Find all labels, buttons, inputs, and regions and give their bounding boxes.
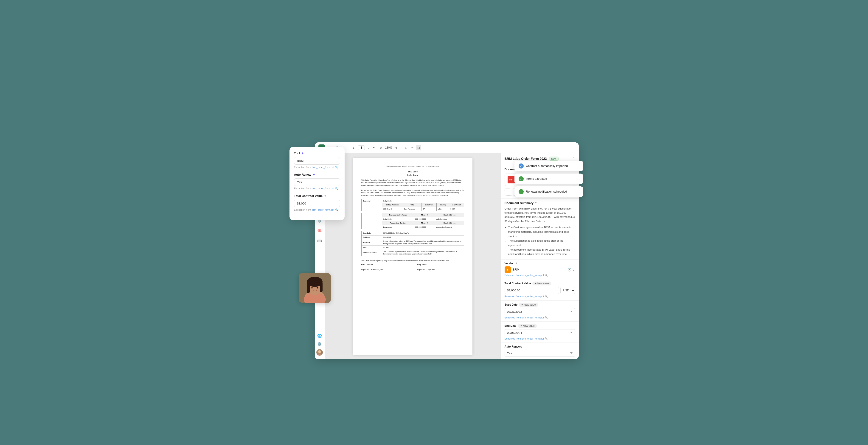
start-date-new-value-button[interactable]: ✦ New value [519,303,538,307]
end-date-field-label: End Date ✦ New value [505,324,575,328]
total-contract-amount-input[interactable] [505,287,559,294]
auto-renew-extraction-link[interactable]: brm_order_form.pdf [312,187,334,190]
total-contract-extracted-from[interactable]: Extracted from brm_order_form.pdf 🔍 [505,295,575,298]
notification-check-3: ✓ [519,189,524,194]
pdf-sig-row: BRM Labs, Inc. Signature: BRM Labs, Inc.… [361,264,464,271]
sidebar-btn-9[interactable]: 📖 [315,237,324,245]
notification-imported-text: Contract automatically imported [526,164,568,168]
vendor-clock-button[interactable]: 🕐 [567,268,571,271]
total-contract-search-icon[interactable]: 🔍 [335,208,338,211]
pdf-signature-section: This Order Form is signed by duly author… [361,260,464,271]
page-number-input[interactable] [358,145,365,150]
end-date-extracted-from[interactable]: Extracted from brm_order_form.pdf 🔍 [505,337,575,340]
ai-sparkle-icon: ✦ [301,151,304,155]
notification-renewal: ✓ Renewal notification scheduled [515,186,583,197]
right-panel-title: BRM Labs Order Form 2023 [505,157,547,161]
auto-renew-search-icon[interactable]: 🔍 [335,187,338,190]
vendor-item: B BRM 🕐 ⌄ [505,266,575,273]
summary-bullet-1: The Customer agrees to allow BRM to use … [508,225,575,239]
vendor-name: BRM [513,268,566,271]
user-icon [316,349,323,355]
tool-extraction-link[interactable]: brm_order_form.pdf [312,166,334,169]
more-options-button[interactable]: ⋮ [571,157,575,161]
start-date-search-icon: 🔍 [545,316,548,319]
vendor-chevron-button[interactable]: ⌄ [572,268,575,271]
total-contract-new-value-button[interactable]: ✦ New value [532,281,551,285]
end-date-select[interactable]: 09/01/2024 [505,329,575,336]
zoom-in-button[interactable]: ⊕ [394,145,399,150]
page-up-button[interactable]: ▲ [351,146,356,150]
page-down-button[interactable]: ▼ [371,146,376,150]
vendor-label: Vendor ✦ [505,262,575,265]
pdf-details-table: Start Date 08/31/2023 (the "Effective Da… [361,231,464,256]
fit-width-button[interactable]: ⇔ [410,145,415,150]
total-contract-extraction-label: Extraction from brm_order_form.pdf 🔍 [294,208,340,211]
fit-height-button[interactable]: ⊡ [416,145,421,150]
svg-rect-9 [307,282,310,293]
notification-renewal-text: Renewal notification scheduled [526,190,567,193]
tool-label: Tool ✦ [294,151,340,155]
avatar-card [299,273,331,303]
pdf-file-icon: PDF [507,176,515,183]
vendor-search-icon: 🔍 [545,274,548,277]
total-contract-search-icon: 🔍 [545,295,548,298]
icon-sidebar-bottom: 🌐 ⚙️ [315,332,324,356]
summary-bullet-2: The subscription is paid in full at the … [508,239,575,248]
columns-icon-button[interactable]: ⊞ [404,145,409,150]
tool-extraction-label: Extraction from brm_order_form.pdf 🔍 [294,166,340,169]
vendor-icons-right: 🕐 ⌄ [567,268,575,271]
start-date-select[interactable]: 08/31/2023 [505,308,575,315]
auto-renews-section: Auto Renews Yes [501,343,579,359]
svg-point-0 [318,350,321,353]
auto-renews-select[interactable]: Yes [505,350,575,357]
notification-imported: ✓ Contract automatically imported [515,161,583,171]
total-contract-field-section: Total Contract Value ✦ Extraction from b… [294,194,340,211]
total-contract-field-label: Total Contract Value ✦ New value [505,281,575,285]
sidebar-btn-8[interactable]: 🧠 [315,227,324,235]
pdf-intro-2: By signing this Order Form, Customer rep… [361,189,464,197]
vendor-section: Vendor ✦ B BRM 🕐 ⌄ Extracted from brm_or… [501,260,579,279]
total-contract-label: Total Contract Value ✦ [294,194,340,198]
end-date-new-value-button[interactable]: ✦ New value [518,324,537,328]
summary-text: Order Form with BRM Labs, Inc., for a 1-… [505,207,575,224]
sidebar-btn-globe[interactable]: 🌐 [315,332,324,340]
tool-search-icon[interactable]: 🔍 [335,166,338,169]
person-svg [299,273,331,303]
start-date-extracted-from[interactable]: Extracted from brm_order_form.pdf 🔍 [505,316,575,319]
pdf-intro-1: This Order Form (the "Order Form") is ef… [361,179,464,186]
notification-check-1: ✓ [519,164,524,169]
pdf-customer-table: Customer Sally Smith Billing Address Cit… [361,199,464,211]
summary-title: Document Summary ✦ [505,201,575,205]
new-badge: New [549,157,559,161]
total-contract-input[interactable] [294,200,340,207]
zoom-out-button[interactable]: ⊖ [378,145,383,150]
toolbar-icons: ⊞ ⇔ ⊡ [404,145,421,150]
tool-input[interactable] [294,157,340,165]
tool-field-section: Tool ✦ Extraction from brm_order_form.pd… [294,151,340,169]
svg-point-14 [317,286,318,288]
avatar-image [299,273,331,303]
zoom-level: 130% [385,146,392,149]
total-contract-extraction-link[interactable]: brm_order_form.pdf [312,208,334,211]
auto-renew-input[interactable] [294,178,340,186]
total-contract-section: Total Contract Value ✦ New value USD Ext… [501,279,579,301]
pdf-viewer[interactable]: Docusign Envelope ID: 0CC7FF32-0779-435D… [325,153,501,359]
auto-renew-ai-icon: ✦ [312,173,315,176]
auto-renew-field-section: Auto Renew ✦ Extraction from brm_order_f… [294,173,340,190]
auto-renew-label: Auto Renew ✦ [294,173,340,176]
document-summary-section: Document Summary ✦ Order Form with BRM L… [501,199,579,260]
pdf-company: BRM Labs [361,170,464,173]
sidebar-btn-settings[interactable]: ⚙️ [315,340,324,348]
vendor-extracted-from[interactable]: Extracted from brm_order_form.pdf 🔍 [505,274,575,277]
end-date-search-icon: 🔍 [545,337,548,340]
currency-select[interactable]: USD [560,287,575,294]
left-panel: Tool ✦ Extraction from brm_order_form.pd… [289,147,345,220]
svg-point-1 [317,353,322,355]
svg-rect-10 [320,282,322,292]
summary-bullet-3: The agreement incorporates BRM Labs' Saa… [508,248,575,256]
notifications: ✓ Contract automatically imported ✓ Term… [515,161,583,197]
vendor-icon: B [505,266,511,273]
pdf-sig-block-2: Sally Smith Signature: SallySmith [417,264,464,271]
auto-renews-field-label: Auto Renews [505,345,575,348]
summary-ai-icon: ✦ [535,201,537,205]
